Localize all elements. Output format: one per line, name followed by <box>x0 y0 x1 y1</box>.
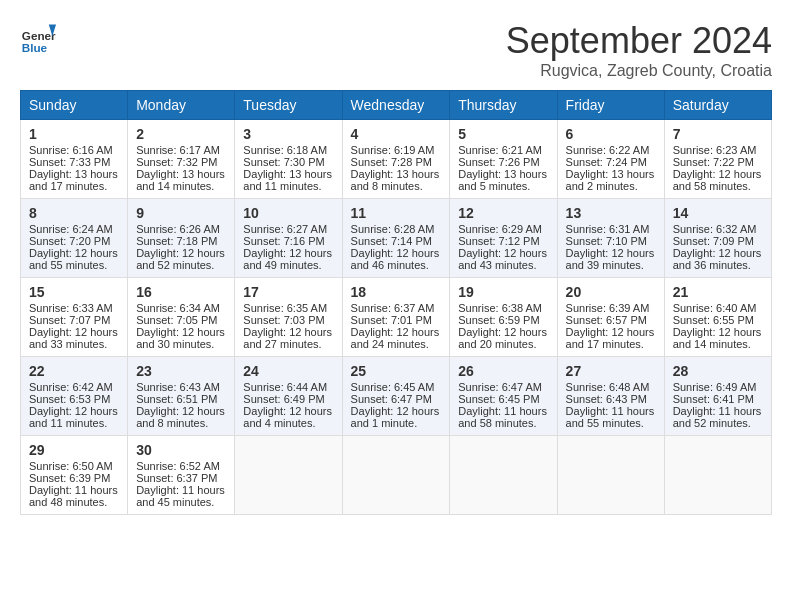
sunset-text: Sunset: 7:22 PM <box>673 156 763 168</box>
calendar-cell: 9Sunrise: 6:26 AMSunset: 7:18 PMDaylight… <box>128 199 235 278</box>
title-block: September 2024 Rugvica, Zagreb County, C… <box>506 20 772 80</box>
sunrise-text: Sunrise: 6:42 AM <box>29 381 119 393</box>
calendar-table: SundayMondayTuesdayWednesdayThursdayFrid… <box>20 90 772 515</box>
daylight-text: Daylight: 12 hours and 27 minutes. <box>243 326 333 350</box>
sunrise-text: Sunrise: 6:22 AM <box>566 144 656 156</box>
location: Rugvica, Zagreb County, Croatia <box>506 62 772 80</box>
sunrise-text: Sunrise: 6:49 AM <box>673 381 763 393</box>
day-number: 20 <box>566 284 656 300</box>
sunrise-text: Sunrise: 6:19 AM <box>351 144 442 156</box>
calendar-cell: 24Sunrise: 6:44 AMSunset: 6:49 PMDayligh… <box>235 357 342 436</box>
sunset-text: Sunset: 6:43 PM <box>566 393 656 405</box>
calendar-cell: 21Sunrise: 6:40 AMSunset: 6:55 PMDayligh… <box>664 278 771 357</box>
sunset-text: Sunset: 7:16 PM <box>243 235 333 247</box>
daylight-text: Daylight: 11 hours and 45 minutes. <box>136 484 226 508</box>
daylight-text: Daylight: 12 hours and 39 minutes. <box>566 247 656 271</box>
calendar-cell: 14Sunrise: 6:32 AMSunset: 7:09 PMDayligh… <box>664 199 771 278</box>
calendar-cell: 16Sunrise: 6:34 AMSunset: 7:05 PMDayligh… <box>128 278 235 357</box>
sunset-text: Sunset: 7:05 PM <box>136 314 226 326</box>
sunset-text: Sunset: 7:32 PM <box>136 156 226 168</box>
calendar-week-4: 22Sunrise: 6:42 AMSunset: 6:53 PMDayligh… <box>21 357 772 436</box>
sunrise-text: Sunrise: 6:50 AM <box>29 460 119 472</box>
sunrise-text: Sunrise: 6:43 AM <box>136 381 226 393</box>
sunset-text: Sunset: 6:55 PM <box>673 314 763 326</box>
daylight-text: Daylight: 13 hours and 2 minutes. <box>566 168 656 192</box>
sunset-text: Sunset: 7:24 PM <box>566 156 656 168</box>
weekday-header-sunday: Sunday <box>21 91 128 120</box>
calendar-cell: 19Sunrise: 6:38 AMSunset: 6:59 PMDayligh… <box>450 278 557 357</box>
sunset-text: Sunset: 7:09 PM <box>673 235 763 247</box>
calendar-cell: 26Sunrise: 6:47 AMSunset: 6:45 PMDayligh… <box>450 357 557 436</box>
calendar-cell: 8Sunrise: 6:24 AMSunset: 7:20 PMDaylight… <box>21 199 128 278</box>
calendar-cell: 15Sunrise: 6:33 AMSunset: 7:07 PMDayligh… <box>21 278 128 357</box>
daylight-text: Daylight: 12 hours and 49 minutes. <box>243 247 333 271</box>
sunset-text: Sunset: 7:18 PM <box>136 235 226 247</box>
sunset-text: Sunset: 7:33 PM <box>29 156 119 168</box>
calendar-cell: 4Sunrise: 6:19 AMSunset: 7:28 PMDaylight… <box>342 120 450 199</box>
calendar-cell: 2Sunrise: 6:17 AMSunset: 7:32 PMDaylight… <box>128 120 235 199</box>
calendar-cell: 25Sunrise: 6:45 AMSunset: 6:47 PMDayligh… <box>342 357 450 436</box>
day-number: 25 <box>351 363 442 379</box>
calendar-cell: 6Sunrise: 6:22 AMSunset: 7:24 PMDaylight… <box>557 120 664 199</box>
sunset-text: Sunset: 7:12 PM <box>458 235 548 247</box>
day-number: 8 <box>29 205 119 221</box>
sunrise-text: Sunrise: 6:40 AM <box>673 302 763 314</box>
daylight-text: Daylight: 12 hours and 36 minutes. <box>673 247 763 271</box>
daylight-text: Daylight: 12 hours and 4 minutes. <box>243 405 333 429</box>
daylight-text: Daylight: 12 hours and 8 minutes. <box>136 405 226 429</box>
svg-text:Blue: Blue <box>22 41 48 54</box>
sunrise-text: Sunrise: 6:47 AM <box>458 381 548 393</box>
calendar-cell: 18Sunrise: 6:37 AMSunset: 7:01 PMDayligh… <box>342 278 450 357</box>
sunset-text: Sunset: 6:37 PM <box>136 472 226 484</box>
sunrise-text: Sunrise: 6:35 AM <box>243 302 333 314</box>
calendar-cell: 3Sunrise: 6:18 AMSunset: 7:30 PMDaylight… <box>235 120 342 199</box>
weekday-header-wednesday: Wednesday <box>342 91 450 120</box>
daylight-text: Daylight: 12 hours and 1 minute. <box>351 405 442 429</box>
calendar-cell: 17Sunrise: 6:35 AMSunset: 7:03 PMDayligh… <box>235 278 342 357</box>
sunset-text: Sunset: 7:20 PM <box>29 235 119 247</box>
weekday-header-thursday: Thursday <box>450 91 557 120</box>
day-number: 5 <box>458 126 548 142</box>
sunset-text: Sunset: 7:30 PM <box>243 156 333 168</box>
day-number: 23 <box>136 363 226 379</box>
daylight-text: Daylight: 11 hours and 58 minutes. <box>458 405 548 429</box>
sunset-text: Sunset: 7:01 PM <box>351 314 442 326</box>
day-number: 9 <box>136 205 226 221</box>
calendar-cell: 5Sunrise: 6:21 AMSunset: 7:26 PMDaylight… <box>450 120 557 199</box>
calendar-cell <box>235 436 342 515</box>
daylight-text: Daylight: 12 hours and 20 minutes. <box>458 326 548 350</box>
day-number: 11 <box>351 205 442 221</box>
day-number: 15 <box>29 284 119 300</box>
daylight-text: Daylight: 12 hours and 55 minutes. <box>29 247 119 271</box>
day-number: 6 <box>566 126 656 142</box>
month-title: September 2024 <box>506 20 772 62</box>
sunrise-text: Sunrise: 6:18 AM <box>243 144 333 156</box>
calendar-week-2: 8Sunrise: 6:24 AMSunset: 7:20 PMDaylight… <box>21 199 772 278</box>
calendar-cell <box>664 436 771 515</box>
sunset-text: Sunset: 7:28 PM <box>351 156 442 168</box>
daylight-text: Daylight: 12 hours and 24 minutes. <box>351 326 442 350</box>
calendar-cell: 11Sunrise: 6:28 AMSunset: 7:14 PMDayligh… <box>342 199 450 278</box>
daylight-text: Daylight: 12 hours and 58 minutes. <box>673 168 763 192</box>
sunset-text: Sunset: 6:53 PM <box>29 393 119 405</box>
logo: General Blue <box>20 20 56 56</box>
sunset-text: Sunset: 6:45 PM <box>458 393 548 405</box>
day-number: 28 <box>673 363 763 379</box>
sunrise-text: Sunrise: 6:39 AM <box>566 302 656 314</box>
sunrise-text: Sunrise: 6:16 AM <box>29 144 119 156</box>
sunrise-text: Sunrise: 6:27 AM <box>243 223 333 235</box>
daylight-text: Daylight: 13 hours and 11 minutes. <box>243 168 333 192</box>
page-header: General Blue September 2024 Rugvica, Zag… <box>20 20 772 80</box>
sunset-text: Sunset: 6:59 PM <box>458 314 548 326</box>
sunrise-text: Sunrise: 6:52 AM <box>136 460 226 472</box>
day-number: 4 <box>351 126 442 142</box>
day-number: 14 <box>673 205 763 221</box>
day-number: 1 <box>29 126 119 142</box>
daylight-text: Daylight: 12 hours and 17 minutes. <box>566 326 656 350</box>
sunrise-text: Sunrise: 6:44 AM <box>243 381 333 393</box>
day-number: 29 <box>29 442 119 458</box>
sunrise-text: Sunrise: 6:24 AM <box>29 223 119 235</box>
calendar-cell: 13Sunrise: 6:31 AMSunset: 7:10 PMDayligh… <box>557 199 664 278</box>
sunset-text: Sunset: 6:41 PM <box>673 393 763 405</box>
day-number: 16 <box>136 284 226 300</box>
